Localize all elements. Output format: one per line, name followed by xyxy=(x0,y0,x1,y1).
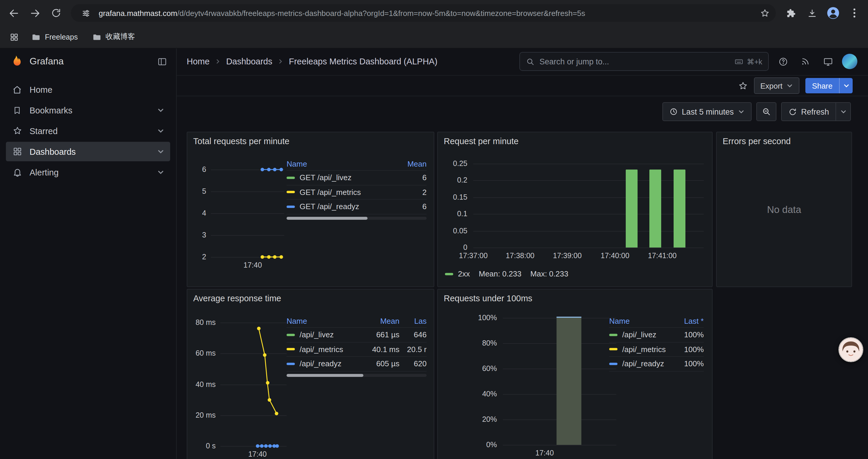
panel-title[interactable]: Average response time xyxy=(193,294,281,303)
legend-row[interactable]: GET /api/_readyz 6 xyxy=(286,200,427,214)
url-text: grafana.mathmast.com/d/deytv4rwavabkb/fr… xyxy=(99,8,752,18)
panel-title[interactable]: Errors per second xyxy=(723,136,791,146)
search-input[interactable]: Search or jump to... ⌘+k xyxy=(519,52,769,71)
panel-title[interactable]: Total requests per minute xyxy=(193,136,289,146)
legend-header-mean[interactable]: Mean xyxy=(362,316,399,325)
news-rss-icon[interactable] xyxy=(797,53,814,70)
dashboard-actions-bar: Export Share xyxy=(176,76,868,96)
legend-header-mean[interactable]: Mean xyxy=(397,159,427,168)
extensions-icon[interactable] xyxy=(780,3,801,23)
export-button[interactable]: Export xyxy=(754,77,800,94)
data-point xyxy=(267,168,270,171)
refresh-interval-caret[interactable] xyxy=(836,102,851,121)
series-last: 646 xyxy=(399,330,427,339)
data-point xyxy=(276,444,279,448)
legend-header-name[interactable]: Name xyxy=(286,159,397,168)
back-button[interactable] xyxy=(4,3,24,23)
chevron-down-icon[interactable] xyxy=(157,148,164,155)
legend-row[interactable]: /api/_metrics 40.1 ms 20.5 r xyxy=(286,342,427,357)
legend-header-last[interactable]: Las xyxy=(399,316,427,325)
floating-assistant-avatar[interactable] xyxy=(838,337,863,362)
collapse-sidebar-icon[interactable] xyxy=(157,57,167,66)
data-point xyxy=(260,168,264,171)
sidebar-header: Grafana xyxy=(0,48,176,75)
panel-title[interactable]: Requests under 100ms xyxy=(444,294,532,303)
x-tick: 17:40 xyxy=(535,449,554,457)
series-last: 20.5 r xyxy=(399,345,427,354)
keyboard-icon xyxy=(735,57,743,66)
legend-row[interactable]: /api/_readyz 605 µs 620 xyxy=(286,357,427,371)
sidebar-nav: Home Bookmarks Starred Dashboards xyxy=(0,75,176,187)
apps-grid-icon[interactable] xyxy=(6,29,23,45)
chevron-down-icon[interactable] xyxy=(157,127,164,134)
share-menu-caret[interactable] xyxy=(839,78,852,93)
downloads-icon[interactable] xyxy=(802,3,822,23)
user-avatar[interactable] xyxy=(842,54,857,69)
browser-menu-icon[interactable] xyxy=(844,3,864,23)
data-point xyxy=(273,255,277,259)
sidebar-item-bookmarks[interactable]: Bookmarks xyxy=(6,100,170,120)
favorite-star-icon[interactable] xyxy=(738,80,748,91)
bookmark-item-blog[interactable]: 收藏博客 xyxy=(87,30,140,44)
series-name: /api/_readyz xyxy=(622,359,664,368)
chevron-down-icon[interactable] xyxy=(157,169,164,176)
forward-button[interactable] xyxy=(25,3,45,23)
breadcrumb-dashboards[interactable]: Dashboards xyxy=(226,57,272,66)
bookmark-item-freeleaps[interactable]: Freeleaps xyxy=(26,30,83,44)
series-line xyxy=(220,323,286,446)
sidebar-item-starred[interactable]: Starred xyxy=(6,121,170,140)
chart-plot: 17:40 xyxy=(211,169,284,257)
grafana-logo xyxy=(9,54,23,68)
gridline xyxy=(473,197,704,198)
series-color-dash xyxy=(286,177,295,179)
refresh-icon xyxy=(788,107,797,116)
breadcrumb-home[interactable]: Home xyxy=(187,57,210,66)
y-axis-labels: 6 5 4 3 2 xyxy=(191,169,206,257)
sidebar-item-dashboards[interactable]: Dashboards xyxy=(6,142,170,161)
profile-avatar[interactable] xyxy=(823,3,843,23)
time-range-picker[interactable]: Last 5 minutes xyxy=(662,102,752,121)
site-settings-icon[interactable] xyxy=(78,5,93,21)
legend-header-row: Name Last * xyxy=(609,314,704,328)
export-label: Export xyxy=(760,81,782,90)
legend-header-name[interactable]: Name xyxy=(286,316,362,325)
data-point xyxy=(275,412,278,415)
sidebar-item-home[interactable]: Home xyxy=(6,80,170,99)
reload-button[interactable] xyxy=(46,3,66,23)
data-point xyxy=(260,444,264,448)
x-tick: 17:41:00 xyxy=(648,252,677,260)
series-mean: 6 xyxy=(397,202,427,211)
clock-icon xyxy=(670,107,678,116)
bar xyxy=(626,169,638,248)
monitor-icon[interactable] xyxy=(819,53,836,70)
browser-toolbar: grafana.mathmast.com/d/deytv4rwavabkb/fr… xyxy=(0,0,868,26)
legend-scrollbar[interactable] xyxy=(286,217,427,220)
legend-row[interactable]: /api/_readyz 100% xyxy=(609,357,704,371)
help-icon[interactable] xyxy=(775,53,791,70)
sidebar-item-alerting[interactable]: Alerting xyxy=(6,162,170,182)
refresh-button[interactable]: Refresh xyxy=(781,102,836,121)
zoom-out-button[interactable] xyxy=(756,102,776,121)
series-name: /api/_livez xyxy=(622,330,656,339)
legend-header-name[interactable]: Name xyxy=(609,316,674,325)
legend-series[interactable]: 2xx xyxy=(445,269,470,278)
legend-row[interactable]: /api/_livez 100% xyxy=(609,328,704,342)
legend-row[interactable]: /api/_livez 661 µs 646 xyxy=(286,328,427,342)
x-tick: 17:37:00 xyxy=(459,252,488,260)
panel-title[interactable]: Request per minute xyxy=(444,136,519,146)
data-point xyxy=(279,255,283,259)
legend-header-last[interactable]: Last * xyxy=(674,316,704,325)
legend-scrollbar[interactable] xyxy=(286,374,427,376)
series-last: 100% xyxy=(674,345,704,354)
url-bar[interactable]: grafana.mathmast.com/d/deytv4rwavabkb/fr… xyxy=(71,4,776,22)
legend-row[interactable]: GET /api/_livez 6 xyxy=(286,171,427,185)
scrollbar-thumb[interactable] xyxy=(286,217,368,220)
legend-row[interactable]: /api/_metrics 100% xyxy=(609,342,704,357)
bookmark-star-icon[interactable] xyxy=(757,5,772,21)
scrollbar-thumb[interactable] xyxy=(286,374,364,376)
chevron-down-icon[interactable] xyxy=(157,107,164,114)
x-tick: 17:40:00 xyxy=(601,252,629,260)
legend-row[interactable]: GET /api/_metrics 2 xyxy=(286,185,427,200)
share-button[interactable]: Share xyxy=(806,78,852,93)
sidebar-item-label: Home xyxy=(30,85,52,94)
